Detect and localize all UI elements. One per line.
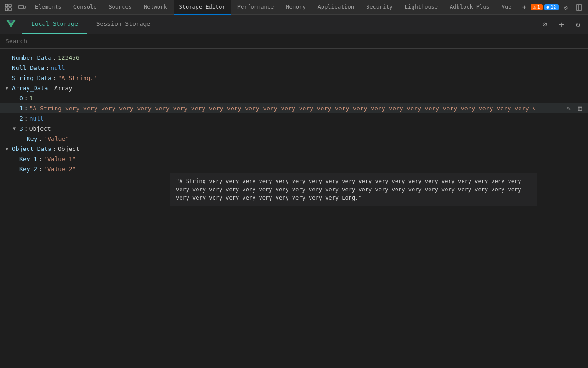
delete-button[interactable]: 🗑 <box>575 104 584 113</box>
tab-elements[interactable]: Elements <box>29 0 67 15</box>
tab-network[interactable]: Network <box>138 0 173 15</box>
value-array-1: "A String very very very very very very … <box>29 105 535 112</box>
search-input[interactable] <box>6 38 582 45</box>
colon: : <box>39 135 42 142</box>
row-array-data[interactable]: Array_Data : Array <box>0 83 588 93</box>
svg-rect-2 <box>5 8 8 11</box>
storage-content: ▶ Number_Data : 123456 ▶ Null_Data : nul… <box>0 49 588 368</box>
colon: : <box>24 105 28 112</box>
row-null-data: ▶ Null_Data : null <box>0 63 588 73</box>
colon: : <box>49 85 53 92</box>
row-object-data[interactable]: Object_Data : Object <box>0 144 588 154</box>
devtools-tab-bar: Elements Console Sources Network Storage… <box>0 0 588 15</box>
tab-adblock[interactable]: Adblock Plus <box>444 0 495 15</box>
tab-sources[interactable]: Sources <box>103 0 137 15</box>
colon: : <box>24 95 28 102</box>
colon: : <box>53 54 57 61</box>
value-object-type: Object <box>58 145 79 152</box>
row-array-0: ▶ 0 : 1 <box>0 93 588 103</box>
row-array-3-key: ▶ Key : "Value" <box>0 133 588 144</box>
row-actions-array-1: ✎ 🗑 <box>564 104 584 113</box>
colon: : <box>45 64 49 71</box>
key-array-1: 1 <box>19 105 23 112</box>
value-array-3-key: "Value" <box>44 135 69 142</box>
row-array-2: ▶ 2 : null <box>0 113 588 123</box>
device-icon[interactable] <box>16 0 28 15</box>
vue-logo <box>4 17 18 32</box>
tab-vue[interactable]: Vue <box>496 0 517 15</box>
tab-local-storage[interactable]: Local Storage <box>22 15 87 34</box>
tab-console[interactable]: Console <box>68 0 102 15</box>
key-object-key1: Key 1 <box>19 155 37 162</box>
settings-icon[interactable]: ⚙ <box>560 2 571 13</box>
inspect-icon[interactable] <box>2 0 15 15</box>
value-object-key1: "Value 1" <box>44 155 76 162</box>
search-bar <box>0 34 588 49</box>
expand-object-icon[interactable] <box>6 146 12 151</box>
expand-array-3-icon[interactable] <box>13 126 19 131</box>
key-null-data: Null_Data <box>12 64 44 71</box>
refresh-button[interactable]: ↻ <box>571 18 584 31</box>
row-object-key2: ▶ Key 2 : "Value 2" <box>0 164 588 174</box>
colon: : <box>24 115 28 122</box>
value-null-data: null <box>51 64 65 71</box>
colon: : <box>53 145 57 152</box>
add-tab-button[interactable]: + <box>518 0 531 15</box>
colon: : <box>24 125 28 132</box>
info-icon: ● <box>547 5 549 10</box>
svg-rect-0 <box>5 4 8 7</box>
svg-rect-4 <box>19 5 23 9</box>
tab-lighthouse[interactable]: Lighthouse <box>399 0 443 15</box>
key-number-data: Number_Data <box>12 54 51 61</box>
value-string-data: "A String." <box>58 75 97 81</box>
tab-memory[interactable]: Memory <box>280 0 311 15</box>
dock-icon[interactable] <box>573 2 584 13</box>
svg-rect-5 <box>24 6 25 8</box>
value-array-type: Array <box>54 85 72 92</box>
key-string-data: String_Data <box>12 75 51 81</box>
tooltip-text: "A String very very very very very very … <box>176 178 521 201</box>
svg-rect-1 <box>9 4 11 7</box>
tab-session-storage[interactable]: Session Storage <box>87 15 159 34</box>
key-array-3-key: Key <box>27 135 37 142</box>
value-array-3-type: Object <box>29 125 51 132</box>
key-array-data: Array_Data <box>12 85 48 92</box>
info-badge: ● 12 <box>544 4 559 10</box>
info-count: 12 <box>551 5 556 10</box>
key-array-3: 3 <box>19 125 23 132</box>
warning-icon: ⚠ <box>533 5 536 10</box>
row-string-data: ▶ String_Data : "A String." <box>0 73 588 83</box>
block-icon[interactable]: ⊘ <box>538 18 551 31</box>
tab-performance[interactable]: Performance <box>232 0 279 15</box>
value-object-key2: "Value 2" <box>44 166 76 172</box>
warning-count: 1 <box>537 5 540 10</box>
tab-security[interactable]: Security <box>361 0 398 15</box>
warning-badge: ⚠ 1 <box>531 4 542 10</box>
secondary-toolbar: Local Storage Session Storage ⊘ + ↻ <box>0 15 588 34</box>
more-icon[interactable]: ⋯ <box>586 2 588 13</box>
expand-array-icon[interactable] <box>6 86 12 91</box>
colon: : <box>53 75 57 81</box>
tab-storage-editor[interactable]: Storage Editor <box>174 0 231 15</box>
key-array-2: 2 <box>19 115 23 122</box>
row-array-1: ▶ 1 : "A String very very very very very… <box>0 103 588 113</box>
colon: : <box>39 166 42 172</box>
add-entry-button[interactable]: + <box>555 18 568 31</box>
key-object-data: Object_Data <box>12 145 51 152</box>
row-number-data: ▶ Number_Data : 123456 <box>0 52 588 63</box>
row-object-key1: ▶ Key 1 : "Value 1" <box>0 154 588 164</box>
value-array-0: 1 <box>29 95 33 102</box>
value-tooltip: "A String very very very very very very … <box>170 173 537 206</box>
row-array-3[interactable]: 3 : Object <box>0 123 588 133</box>
value-array-2: null <box>29 115 44 122</box>
key-array-0: 0 <box>19 95 23 102</box>
colon: : <box>39 155 42 162</box>
edit-button[interactable]: ✎ <box>564 104 573 113</box>
svg-rect-3 <box>9 8 11 11</box>
tab-application[interactable]: Application <box>312 0 360 15</box>
key-object-key2: Key 2 <box>19 166 37 172</box>
value-number-data: 123456 <box>58 54 79 61</box>
